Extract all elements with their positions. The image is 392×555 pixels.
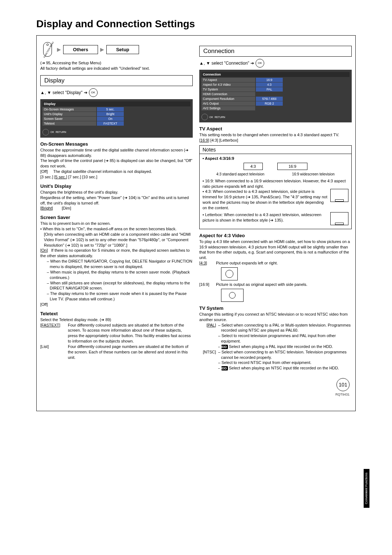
screensaver-body: This is to prevent burn-in on the screen… (40, 221, 193, 307)
hdd-badge: HDD (221, 345, 228, 349)
aspect43video-body: To play a 4:3 title when connected with … (199, 239, 352, 302)
menu-row: Component Resolution576i / 480i (201, 97, 350, 101)
right-column: Connection ▲, ▼ select "Connection" ➔ OK… (199, 42, 352, 371)
display-heading: Display (40, 75, 193, 86)
unitdisplay-body: Changes the brightness of the unit's dis… (40, 190, 193, 211)
aspect-4-3-diagram (221, 267, 238, 280)
osm-body: Choose the approximate time until the di… (40, 147, 193, 180)
tv-letterbox-icon (330, 212, 348, 225)
menu-title: Display (42, 101, 191, 106)
content-frame: FUNCTION MENU ▶ Others ▶ Setup (➔ 95, Ac… (36, 35, 356, 411)
menu-row: AV2 Settings (201, 106, 350, 111)
menu-row: TV SystemPAL (201, 87, 350, 92)
breadcrumb: FUNCTION MENU ▶ Others ▶ Setup (40, 42, 193, 57)
unitdisplay-head: Unit's Display (40, 183, 193, 189)
ok-icon: OK (256, 59, 264, 68)
aspect-16-9-diagram (221, 289, 244, 302)
connection-menu-panel: Connection TV Aspect16:9 Aspect for 4:3 … (199, 70, 352, 122)
menu-row: On-Screen Messages 5 sec. (42, 107, 191, 112)
breadcrumb-setup: Setup (106, 45, 139, 54)
chevron-right-icon: ▶ (57, 46, 61, 52)
connection-select-instruction: ▲, ▼ select "Connection" ➔ OK (199, 59, 352, 68)
aspect43video-head: Aspect for 4:3 Video (199, 233, 352, 238)
menu-row: TV Aspect16:9 (201, 78, 350, 82)
dpad-icon (201, 114, 208, 120)
intro-text: (➔ 95, Accessing the Setup Menu) All fac… (40, 60, 193, 72)
osm-head: On-Screen Messages (40, 141, 193, 147)
teletext-body: Select the Teletext display mode. (➔ 89)… (40, 317, 193, 360)
tvaspect-head: TV Aspect (199, 126, 352, 131)
teletext-head: Teletext (40, 311, 193, 316)
tvaspect-body: This setting needs to be changed when co… (199, 132, 352, 143)
aspect-16-9-box: 16:9 (277, 163, 307, 170)
screensaver-head: Screen Saver (40, 215, 193, 220)
function-menu-icon: FUNCTION MENU (40, 42, 55, 57)
notes-box: Notes • Aspect 4:3/16:9 4:3 16:9 4:3 sta… (199, 145, 352, 229)
menu-row: Aspect for 4:3 Video4:3 (201, 82, 350, 87)
display-select-instruction: ▲, ▼ select "Display" ➔ OK (40, 88, 193, 97)
menu-row: Unit's Display Bright (42, 112, 191, 117)
menu-row: HDMI Connection (201, 92, 350, 97)
menu-hint: OK RETURN (42, 129, 191, 135)
tv-icon (330, 189, 348, 202)
ok-icon: OK (89, 88, 98, 97)
menu-row: AV1 OutputRGB 2 (201, 101, 350, 106)
page-number: 101 (336, 378, 350, 391)
display-menu-panel: Display On-Screen Messages 5 sec. Unit's… (40, 99, 193, 138)
dpad-icon (42, 129, 49, 135)
connection-heading: Connection (199, 46, 352, 57)
tvsystem-head: TV System (199, 305, 352, 311)
menu-row: Screen Saver On (42, 117, 191, 121)
menu-hint: OK RETURN (201, 114, 350, 120)
footer-code: RQT9431 (40, 393, 352, 396)
tvsystem-body: Change this setting if you connect an NT… (199, 312, 352, 371)
aspect-4-3-box: 4:3 (244, 163, 263, 170)
chevron-right-icon: ▶ (100, 46, 104, 52)
left-column: FUNCTION MENU ▶ Others ▶ Setup (➔ 95, Ac… (40, 42, 193, 371)
hdd-badge: HDD (221, 366, 228, 370)
page-title: Display and Connection Settings (36, 18, 356, 30)
notes-head: Notes (200, 146, 351, 154)
breadcrumb-others: Others (63, 45, 98, 54)
menu-row: Teletext FASTEXT (42, 121, 191, 126)
menu-title: Connection (201, 72, 350, 77)
